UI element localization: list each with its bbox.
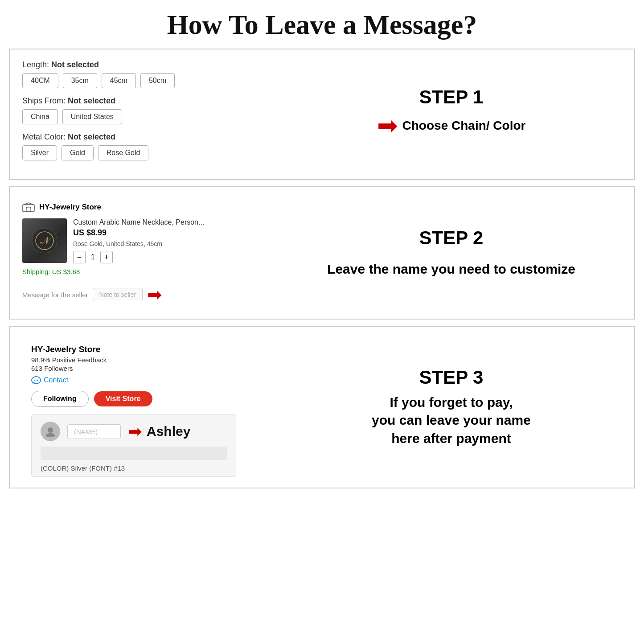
step1-arrow-row: ➡ Choose Chain/ Color [377,113,526,138]
step3-store-section: HY-Jewelry Store 98.9% Positive Feedback… [22,337,255,477]
metal-buttons: Silver Gold Rose Gold [22,145,255,160]
metal-silver[interactable]: Silver [22,145,57,160]
product-variant: Rose Gold, United States, 45cm [73,240,255,247]
ships-label: Ships From: [22,96,66,105]
visit-store-button[interactable]: Visit Store [94,391,152,406]
svg-point-9 [48,427,53,433]
product-thumbnail: 𝒩 [22,218,67,263]
qty-decrease-button[interactable]: − [73,251,86,263]
length-status: Not selected [51,60,99,69]
step2-left: HY-Jewelry Store 𝒩 Custom Arabic Name Ne… [10,187,268,319]
metal-label: Metal Color: [22,132,66,141]
step3-label: STEP 3 [419,367,484,388]
arrow-ashley-row: ➡ Ashley [128,423,190,440]
step2-store-name: HY-Jewelry Store [39,203,101,212]
step1-left: Length: Not selected 40CM 35cm 45cm 50cm… [10,49,268,179]
step3-section: HY-Jewelry Store 98.9% Positive Feedback… [9,326,635,488]
following-button[interactable]: Following [31,391,89,407]
avatar-icon [45,426,56,437]
step1-label: STEP 1 [419,86,484,108]
qty-value: 1 [91,253,95,261]
name-input-section: (NAME) ➡ Ashley (COLOR) Silver (FONT) #1… [31,414,236,477]
length-option: Length: Not selected 40CM 35cm 45cm 50cm [22,60,255,88]
store-followers: 613 Followers [31,365,246,372]
product-info: Custom Arabic Name Necklace, Person... U… [73,218,255,263]
svg-point-8 [37,380,38,381]
message-label: Message for the seller [22,291,88,299]
ashley-name: Ashley [147,424,190,439]
svg-rect-1 [26,207,31,212]
shipping-line: Shipping: US $3.68 [22,268,255,275]
store-icon [22,202,35,212]
store-feedback: 98.9% Positive Feedback [31,356,246,364]
svg-point-6 [34,380,35,381]
step3-arrow-icon: ➡ [128,423,142,440]
product-row: 𝒩 Custom Arabic Name Necklace, Person...… [22,218,255,263]
contact-label: Contact [44,376,68,384]
step1-section: Length: Not selected 40CM 35cm 45cm 50cm… [9,49,635,180]
metal-rosegold[interactable]: Rose Gold [98,145,149,160]
step3-desc: If you forget to pay, you can leave your… [372,394,531,448]
note-to-seller[interactable]: Note to seller [93,288,143,301]
ships-us[interactable]: United States [62,109,122,124]
length-40cm[interactable]: 40CM [22,73,58,88]
qty-row: − 1 + [73,251,255,263]
name-input-row: (NAME) ➡ Ashley [41,422,227,441]
step2-desc: Leave the name you need to customize [327,260,575,279]
ships-status: Not selected [68,96,115,105]
color-font-row: (COLOR) Silver (FONT) #13 [41,464,227,472]
step2-right: STEP 2 Leave the name you need to custom… [268,187,634,319]
metal-option: Metal Color: Not selected Silver Gold Ro… [22,132,255,160]
product-image-icon: 𝒩 [31,227,58,254]
follow-row: Following Visit Store [31,391,246,407]
step3-desc2: you can leave your name [372,413,531,427]
step3-desc3: here after payment [391,431,511,446]
product-price: US $8.99 [73,228,255,238]
step2-arrow-icon: ➡ [147,286,162,304]
step3-store-name: HY-Jewelry Store [31,345,246,354]
metal-gold[interactable]: Gold [62,145,94,160]
step3-desc1: If you forget to pay, [390,395,513,410]
metal-status: Not selected [68,132,115,141]
svg-rect-0 [23,205,34,212]
length-35cm[interactable]: 35cm [63,73,97,88]
store-header: HY-Jewelry Store [22,198,255,218]
page-title: How To Leave a Message? [9,9,635,41]
step3-right: STEP 3 If you forget to pay, you can lea… [268,327,634,488]
ships-buttons: China United States [22,109,255,124]
name-input-bar [41,447,227,460]
red-arrow-icon: ➡ [377,113,398,138]
ships-option: Ships From: Not selected China United St… [22,96,255,124]
qty-increase-button[interactable]: + [100,251,113,263]
length-label: Length: [22,60,49,69]
step2-section: HY-Jewelry Store 𝒩 Custom Arabic Name Ne… [9,186,635,320]
step3-left: HY-Jewelry Store 98.9% Positive Feedback… [10,327,268,488]
length-45cm[interactable]: 45cm [102,73,136,88]
length-buttons: 40CM 35cm 45cm 50cm [22,73,255,88]
step2-label: STEP 2 [419,227,484,249]
avatar [41,422,60,441]
contact-link[interactable]: Contact [31,376,246,385]
product-title: Custom Arabic Name Necklace, Person... [73,218,255,226]
length-50cm[interactable]: 50cm [140,73,175,88]
step1-right: STEP 1 ➡ Choose Chain/ Color [268,49,634,179]
step1-desc: Choose Chain/ Color [402,117,526,134]
ships-china[interactable]: China [22,109,58,124]
svg-point-10 [46,433,55,437]
svg-point-7 [36,380,37,381]
contact-icon [31,376,41,385]
message-row: Message for the seller Note to seller ➡ [22,281,255,308]
name-field[interactable]: (NAME) [67,424,121,439]
